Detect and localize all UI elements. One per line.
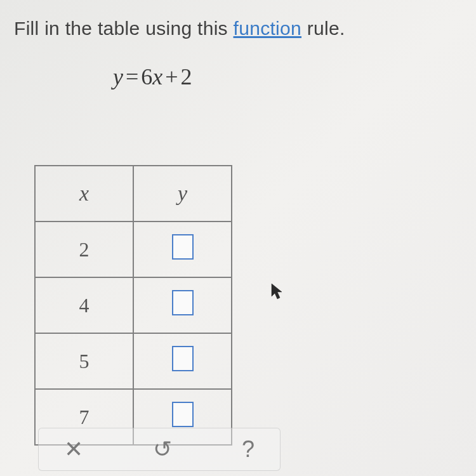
header-x: x [35,166,133,221]
cell-y-2 [133,333,232,389]
function-table: x y 2 4 5 7 [34,165,232,446]
eq-const: 2 [181,64,192,89]
cell-x-0: 2 [35,221,133,277]
cell-x-1: 4 [35,277,133,333]
help-button[interactable]: ? [242,436,255,463]
y-input-1[interactable] [172,290,194,315]
eq-lhs: y [113,64,123,89]
mouse-cursor-icon [270,282,285,301]
table-row: 5 [35,333,232,389]
eq-equals: = [123,64,141,89]
table-header-row: x y [35,166,232,221]
equation: y=6x+2 [113,63,192,90]
eq-var: x [152,64,162,89]
cell-y-1 [133,277,232,333]
y-input-0[interactable] [172,234,194,260]
instruction-prefix: Fill in the table using this [14,18,234,39]
table-row: 2 [35,221,232,277]
function-link[interactable]: function [234,18,301,39]
y-input-2[interactable] [172,346,194,371]
eq-op: + [162,64,180,89]
eq-coef: 6 [141,64,152,89]
cell-y-0 [133,221,232,277]
toolbar: ✕ ↺ ? [38,428,281,471]
undo-button[interactable]: ↺ [153,436,172,463]
cell-x-2: 5 [35,333,133,389]
instruction-text: Fill in the table using this function ru… [14,18,345,39]
table-row: 4 [35,277,232,333]
clear-button[interactable]: ✕ [64,436,83,463]
y-input-3[interactable] [172,402,194,427]
instruction-suffix: rule. [301,18,345,39]
header-y: y [133,166,232,221]
